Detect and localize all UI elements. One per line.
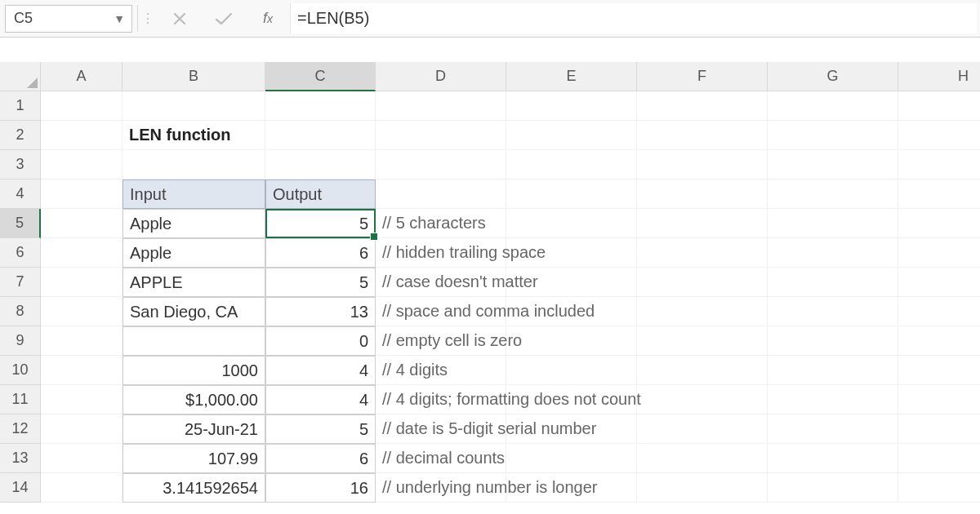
cell-E8[interactable]: [506, 297, 637, 326]
select-all-corner[interactable]: [0, 62, 41, 91]
cell-B10[interactable]: 1000: [122, 356, 265, 385]
cell-H4[interactable]: [898, 179, 980, 209]
spreadsheet-grid[interactable]: A B C D E F G H 1 2 LEN function 3 4 Inp…: [0, 62, 980, 503]
cell-G9[interactable]: [768, 326, 898, 356]
cell-A9[interactable]: [41, 326, 122, 356]
cell-D9[interactable]: // empty cell is zero: [376, 326, 506, 356]
cell-G10[interactable]: [768, 356, 898, 385]
cell-C1[interactable]: [265, 91, 376, 121]
cell-F4[interactable]: [637, 179, 768, 209]
cell-E11[interactable]: [506, 385, 637, 414]
cell-B1[interactable]: [122, 91, 265, 121]
row-header-11[interactable]: 11: [0, 385, 41, 414]
cell-D6[interactable]: // hidden trailing space: [376, 238, 506, 268]
cell-C10[interactable]: 4: [265, 356, 376, 385]
cell-H8[interactable]: [898, 297, 980, 326]
cell-C3[interactable]: [265, 150, 376, 179]
cell-B2[interactable]: LEN function: [122, 121, 265, 150]
cell-G13[interactable]: [768, 444, 898, 473]
cell-B7[interactable]: APPLE: [122, 268, 265, 297]
col-header-G[interactable]: G: [768, 62, 898, 91]
cell-E3[interactable]: [506, 150, 637, 179]
col-header-A[interactable]: A: [41, 62, 122, 91]
cell-G8[interactable]: [768, 297, 898, 326]
cell-B9[interactable]: [122, 326, 265, 356]
cell-A1[interactable]: [41, 91, 122, 121]
cell-G1[interactable]: [768, 91, 898, 121]
cell-C7[interactable]: 5: [265, 268, 376, 297]
cell-H6[interactable]: [898, 238, 980, 268]
cell-C8[interactable]: 13: [265, 297, 376, 326]
col-header-E[interactable]: E: [506, 62, 637, 91]
cell-H9[interactable]: [898, 326, 980, 356]
cell-H11[interactable]: [898, 385, 980, 414]
cell-E5[interactable]: [506, 209, 637, 238]
cell-B6[interactable]: Apple: [122, 238, 265, 268]
table-header-input[interactable]: Input: [122, 179, 265, 209]
row-header-4[interactable]: 4: [0, 179, 41, 209]
cell-A8[interactable]: [41, 297, 122, 326]
col-header-B[interactable]: B: [122, 62, 265, 91]
cell-B8[interactable]: San Diego, CA: [122, 297, 265, 326]
cell-A6[interactable]: [41, 238, 122, 268]
col-header-H[interactable]: H: [898, 62, 980, 91]
cell-G11[interactable]: [768, 385, 898, 414]
drag-handle-icon[interactable]: ⋮: [138, 0, 158, 37]
cell-D5[interactable]: // 5 characters: [376, 209, 506, 238]
fx-label[interactable]: fx: [246, 0, 290, 37]
cell-F5[interactable]: [637, 209, 768, 238]
col-header-F[interactable]: F: [637, 62, 768, 91]
cell-F14[interactable]: [637, 473, 768, 503]
name-box[interactable]: C5 ▼: [5, 5, 132, 33]
row-header-2[interactable]: 2: [0, 121, 41, 150]
cell-D1[interactable]: [376, 91, 506, 121]
cell-H14[interactable]: [898, 473, 980, 503]
cell-E4[interactable]: [506, 179, 637, 209]
enter-button[interactable]: [202, 0, 246, 37]
cell-C14[interactable]: 16: [265, 473, 376, 503]
cell-H7[interactable]: [898, 268, 980, 297]
cancel-button[interactable]: [158, 0, 202, 37]
cell-H10[interactable]: [898, 356, 980, 385]
cell-G3[interactable]: [768, 150, 898, 179]
cell-D7[interactable]: // case doesn't matter: [376, 268, 506, 297]
cell-H3[interactable]: [898, 150, 980, 179]
cell-A12[interactable]: [41, 414, 122, 444]
cell-D2[interactable]: [376, 121, 506, 150]
cell-H13[interactable]: [898, 444, 980, 473]
row-header-3[interactable]: 3: [0, 150, 41, 179]
cell-D12[interactable]: // date is 5-digit serial number: [376, 414, 506, 444]
cell-F11[interactable]: [637, 385, 768, 414]
cell-A5[interactable]: [41, 209, 122, 238]
cell-D3[interactable]: [376, 150, 506, 179]
cell-H2[interactable]: [898, 121, 980, 150]
cell-B12[interactable]: 25-Jun-21: [122, 414, 265, 444]
cell-B3[interactable]: [122, 150, 265, 179]
cell-G14[interactable]: [768, 473, 898, 503]
cell-E7[interactable]: [506, 268, 637, 297]
cell-F10[interactable]: [637, 356, 768, 385]
cell-F6[interactable]: [637, 238, 768, 268]
cell-C13[interactable]: 6: [265, 444, 376, 473]
cell-G2[interactable]: [768, 121, 898, 150]
cell-F3[interactable]: [637, 150, 768, 179]
table-header-output[interactable]: Output: [265, 179, 376, 209]
row-header-7[interactable]: 7: [0, 268, 41, 297]
cell-B11[interactable]: $1,000.00: [122, 385, 265, 414]
cell-F13[interactable]: [637, 444, 768, 473]
cell-C9[interactable]: 0: [265, 326, 376, 356]
cell-C11[interactable]: 4: [265, 385, 376, 414]
cell-H5[interactable]: [898, 209, 980, 238]
row-header-1[interactable]: 1: [0, 91, 41, 121]
cell-D8[interactable]: // space and comma included: [376, 297, 506, 326]
cell-E13[interactable]: [506, 444, 637, 473]
cell-D4[interactable]: [376, 179, 506, 209]
cell-G7[interactable]: [768, 268, 898, 297]
row-header-5[interactable]: 5: [0, 209, 41, 238]
cell-H12[interactable]: [898, 414, 980, 444]
row-header-9[interactable]: 9: [0, 326, 41, 356]
row-header-14[interactable]: 14: [0, 473, 41, 503]
row-header-12[interactable]: 12: [0, 414, 41, 444]
cell-C12[interactable]: 5: [265, 414, 376, 444]
cell-F8[interactable]: [637, 297, 768, 326]
